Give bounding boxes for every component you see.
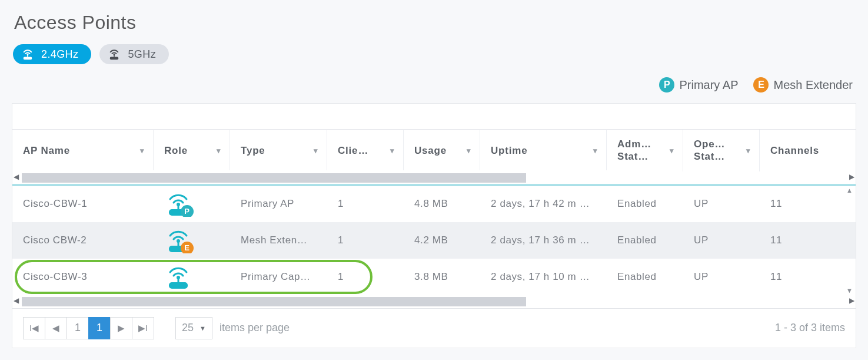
per-page-select[interactable]: 25 ▼: [175, 317, 212, 339]
cell-usage: 4.8 MB: [404, 198, 480, 210]
ap-role-icon: P: [164, 191, 192, 217]
primary-ap-badge-icon: P: [659, 77, 674, 93]
table-header: AP Name▾ Role▾ Type▾ Clie…▾ Usage▾ Uptim…: [12, 130, 856, 171]
chevron-down-icon: ▾: [746, 146, 751, 155]
cell-type: Primary Cap…: [230, 271, 327, 283]
header-horizontal-scrollbar[interactable]: ◀ ▶: [12, 171, 856, 184]
svg-rect-14: [169, 282, 188, 289]
col-type[interactable]: Type▾: [230, 130, 327, 170]
ap-role-icon: E: [164, 227, 192, 253]
scroll-up-icon[interactable]: ▲: [846, 187, 853, 194]
col-role[interactable]: Role▾: [154, 130, 230, 170]
chevron-down-icon: ▾: [140, 146, 145, 155]
cell-channels: 11: [760, 198, 827, 210]
col-label: Uptime: [491, 144, 527, 157]
mesh-extender-badge-icon: E: [753, 77, 769, 93]
cell-ap-name[interactable]: Cisco-CBW-1: [12, 198, 154, 210]
cell-channels: 11: [760, 235, 827, 246]
col-label: Usage: [414, 144, 447, 157]
per-page-value: 25: [182, 322, 194, 334]
cell-uptime: 2 days, 17 h 10 m …: [480, 271, 607, 283]
cell-ap-name[interactable]: Cisco-CBW-3: [12, 271, 154, 283]
cell-uptime: 2 days, 17 h 42 m …: [480, 198, 607, 210]
table-row[interactable]: Cisco CBW-2: [12, 222, 856, 259]
pager-summary: 1 - 3 of 3 items: [775, 322, 845, 334]
col-label: AP Name: [23, 144, 70, 157]
chevron-down-icon: ▾: [390, 146, 395, 155]
ap-role-icon: [164, 264, 192, 290]
legend-primary-label: Primary AP: [679, 78, 738, 92]
cell-role: [154, 264, 230, 290]
cell-admin: Enabled: [607, 271, 683, 283]
band-tabs: 2.4GHz 5GHz: [13, 44, 856, 64]
tab-label: 5GHz: [128, 48, 156, 61]
cell-admin: Enabled: [607, 198, 683, 210]
cell-type: Mesh Exten…: [230, 235, 327, 246]
legend-extender-label: Mesh Extender: [773, 78, 853, 92]
pager-first-button[interactable]: I◀: [23, 317, 45, 339]
col-channels[interactable]: Channels: [760, 130, 827, 170]
col-label: Type: [241, 144, 265, 157]
col-usage[interactable]: Usage▾: [404, 130, 480, 170]
chevron-down-icon: ▾: [217, 146, 221, 155]
table-body: Cisco-CBW-1: [12, 186, 856, 295]
scroll-left-icon[interactable]: ◀: [14, 173, 19, 181]
col-label: Clie…: [338, 144, 368, 157]
col-label: Channels: [770, 144, 819, 157]
pager-current-page[interactable]: 1: [88, 317, 111, 339]
chevron-down-icon: ▾: [467, 146, 471, 155]
cell-clients: 1: [327, 198, 404, 210]
scroll-left-icon[interactable]: ◀: [14, 296, 19, 305]
pager-next-button[interactable]: ▶: [110, 317, 132, 339]
cell-oper: UP: [683, 271, 760, 283]
svg-rect-5: [110, 57, 119, 60]
scroll-right-icon[interactable]: ▶: [849, 296, 854, 305]
tab-label: 2.4GHz: [41, 48, 78, 61]
tab-2-4ghz[interactable]: 2.4GHz: [13, 44, 91, 64]
ap-table: AP Name▾ Role▾ Type▾ Clie…▾ Usage▾ Uptim…: [12, 103, 856, 348]
pager-prev-button[interactable]: ◀: [45, 317, 67, 339]
caret-down-icon: ▼: [199, 325, 206, 332]
ap-icon: [21, 48, 34, 60]
legend: P Primary AP E Mesh Extender: [12, 77, 853, 93]
table-row[interactable]: Cisco-CBW-1: [12, 186, 856, 222]
cell-role: P: [154, 191, 230, 217]
table-filter-row: [12, 104, 856, 130]
cell-clients: 1: [327, 271, 404, 283]
tab-5ghz[interactable]: 5GHz: [99, 44, 169, 64]
page-title: Access Points: [14, 12, 856, 34]
cell-uptime: 2 days, 17 h 36 m …: [480, 235, 607, 246]
cell-oper: UP: [683, 235, 760, 246]
table-pager: I◀ ◀ 1 1 ▶ ▶I 25 ▼ items per page 1 - 3 …: [12, 308, 856, 348]
cell-type: Primary AP: [230, 198, 327, 210]
pager-page-input[interactable]: 1: [66, 317, 89, 339]
extender-badge-icon: E: [181, 242, 194, 253]
col-ap-name[interactable]: AP Name▾: [12, 130, 154, 170]
scroll-track[interactable]: [22, 173, 526, 183]
table-row[interactable]: Cisco-CBW-3: [12, 259, 856, 295]
pager-last-button[interactable]: ▶I: [132, 317, 154, 339]
col-admin-status[interactable]: Adm… Stat…▾: [607, 130, 683, 171]
col-label: Role: [164, 144, 188, 157]
cell-usage: 3.8 MB: [404, 271, 480, 283]
scroll-track[interactable]: [22, 297, 526, 306]
vertical-scrollbar[interactable]: ▲ ▼: [845, 186, 856, 295]
svg-rect-7: [178, 204, 179, 210]
svg-rect-10: [178, 241, 179, 246]
body-horizontal-scrollbar[interactable]: ◀ ▶: [12, 295, 856, 308]
svg-rect-13: [178, 278, 179, 283]
col-label: Ope… Stat…: [694, 138, 743, 163]
svg-rect-2: [24, 57, 32, 60]
col-clients[interactable]: Clie…▾: [327, 130, 404, 170]
scroll-down-icon[interactable]: ▼: [846, 287, 853, 294]
cell-ap-name[interactable]: Cisco CBW-2: [12, 235, 154, 246]
scroll-right-icon[interactable]: ▶: [849, 173, 854, 181]
cell-role: E: [154, 227, 230, 253]
col-oper-status[interactable]: Ope… Stat…▾: [683, 130, 760, 171]
primary-badge-icon: P: [181, 205, 194, 217]
cell-admin: Enabled: [607, 235, 683, 246]
ap-icon: [108, 48, 121, 60]
cell-usage: 4.2 MB: [404, 235, 480, 246]
per-page-label: items per page: [220, 322, 290, 334]
col-uptime[interactable]: Uptime▾: [480, 130, 607, 170]
